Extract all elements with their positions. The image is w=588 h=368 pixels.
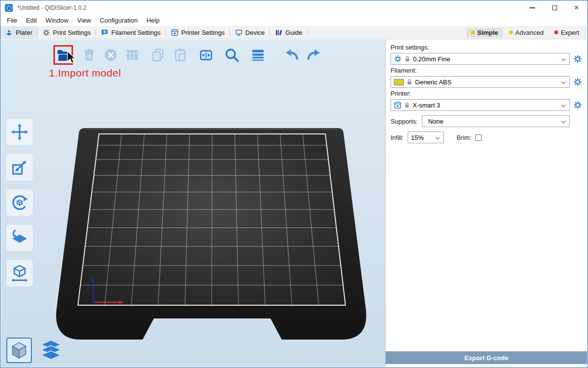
tab-bar: Plater Print Settings Filament Settings [0, 26, 588, 39]
arrange-button[interactable] [124, 47, 141, 63]
minimize-icon [530, 7, 535, 8]
object-manipulation-toolbar [6, 119, 33, 287]
mode-expert[interactable]: Expert [550, 28, 584, 37]
menu-help[interactable]: Help [142, 15, 164, 26]
filament-color-swatch [394, 79, 404, 85]
sliced-preview-button[interactable] [39, 339, 63, 363]
annotation-import-model: 1.Import model [49, 67, 121, 79]
lock-icon [404, 102, 410, 108]
split-objects-button[interactable] [197, 47, 214, 63]
printer-icon [394, 102, 401, 109]
tab-label: Plater [16, 29, 32, 36]
chevron-down-icon [562, 57, 565, 61]
paste-button[interactable] [172, 47, 189, 63]
redo-icon [306, 47, 322, 63]
tab-plater[interactable]: Plater [0, 26, 37, 39]
mode-switcher: Simple Advanced Expert [466, 26, 588, 39]
move-tool-button[interactable] [6, 119, 33, 145]
variable-layer-height-icon [250, 48, 266, 63]
supports-combo[interactable]: None [422, 115, 570, 127]
minimize-button[interactable] [521, 0, 543, 15]
printer-value: X-smart 3 [413, 102, 440, 109]
menu-bar: File Edit Window View Configuration Help [0, 15, 588, 26]
filament-gear-button[interactable] [572, 76, 583, 88]
layers-icon [40, 340, 62, 362]
menu-window[interactable]: Window [41, 15, 73, 26]
infill-value: 15% [411, 134, 424, 141]
gear-icon [573, 101, 582, 109]
tab-device[interactable]: Device [230, 26, 270, 39]
menu-configuration[interactable]: Configuration [96, 15, 142, 26]
close-button[interactable]: × [565, 0, 588, 15]
redo-button[interactable] [305, 47, 322, 63]
viewport-toolbar [53, 45, 322, 65]
guide-icon [275, 29, 282, 36]
place-on-face-tool-button[interactable] [6, 225, 33, 251]
title-bar: *Untitled - QIDISlicer-1.0.2 × [0, 0, 588, 15]
printer-icon [171, 29, 178, 36]
undo-icon [284, 47, 300, 63]
tab-filament-settings[interactable]: Filament Settings [96, 26, 165, 39]
delete-button[interactable] [81, 47, 98, 63]
tab-label: Printer Settings [181, 29, 225, 36]
expert-dot-icon [554, 30, 558, 34]
scale-tool-button[interactable] [6, 154, 33, 181]
search-button[interactable] [223, 47, 240, 63]
app-icon [5, 4, 13, 12]
filament-label: Filament: [391, 67, 583, 74]
mode-label: Simple [477, 29, 498, 36]
rotate-icon [10, 193, 29, 212]
gear-icon [394, 55, 402, 63]
simple-dot-icon [471, 30, 475, 34]
mouse-cursor-icon [67, 51, 76, 64]
menu-file[interactable]: File [2, 15, 22, 26]
chevron-down-icon [562, 103, 565, 107]
3d-editor-view-button[interactable] [6, 338, 32, 363]
export-gcode-button[interactable]: Export G-code [386, 351, 587, 364]
tab-print-settings[interactable]: Print Settings [38, 26, 96, 39]
printer-combo[interactable]: X-smart 3 [391, 99, 570, 111]
window-title: *Untitled - QIDISlicer-1.0.2 [17, 4, 86, 11]
rotate-tool-button[interactable] [6, 189, 33, 216]
close-icon: × [574, 4, 579, 12]
mode-label: Advanced [515, 29, 544, 36]
scale-icon [10, 158, 29, 177]
tab-printer-settings[interactable]: Printer Settings [166, 26, 230, 39]
place-on-face-icon [10, 228, 29, 248]
infill-label: Infill: [391, 134, 404, 141]
mode-simple[interactable]: Simple [466, 28, 503, 37]
advanced-dot-icon [509, 30, 513, 34]
paste-icon [173, 48, 188, 62]
print-settings-value: 0.20mm Fine [413, 55, 450, 63]
print-settings-combo[interactable]: 0.20mm Fine [391, 53, 570, 65]
chevron-down-icon [435, 135, 439, 139]
printer-gear-button[interactable] [572, 99, 583, 111]
variable-layer-height-button[interactable] [249, 47, 266, 63]
menu-view[interactable]: View [73, 15, 96, 26]
move-icon [10, 123, 29, 141]
menu-edit[interactable]: Edit [22, 15, 41, 26]
mode-advanced[interactable]: Advanced [505, 28, 548, 37]
delete-all-button[interactable] [102, 47, 119, 63]
print-bed[interactable] [1, 40, 385, 367]
view-switcher [6, 338, 63, 363]
copy-button[interactable] [149, 47, 166, 63]
plater-icon [5, 29, 13, 36]
filament-icon [101, 29, 108, 36]
tab-guide[interactable]: Guide [270, 26, 307, 39]
chevron-down-icon [562, 80, 565, 84]
brim-checkbox[interactable] [475, 134, 482, 141]
supports-label: Supports: [391, 118, 418, 125]
infill-combo[interactable]: 15% [408, 131, 444, 143]
device-icon [235, 29, 243, 36]
filament-combo[interactable]: Generic ABS [391, 76, 570, 88]
gear-icon [573, 54, 582, 63]
measure-tool-button[interactable] [6, 260, 33, 287]
split-objects-icon [198, 48, 214, 63]
undo-button[interactable] [283, 47, 300, 63]
viewport-3d[interactable]: 1.Import model [1, 40, 385, 367]
maximize-button[interactable] [543, 0, 565, 15]
print-settings-gear-button[interactable] [572, 53, 583, 65]
tab-label: Guide [285, 29, 302, 36]
lock-icon [405, 55, 410, 62]
